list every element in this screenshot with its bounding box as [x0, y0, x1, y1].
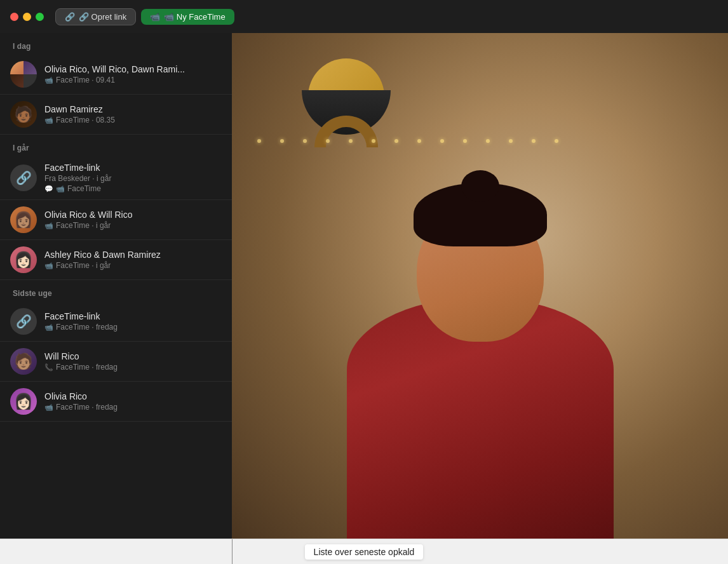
close-button[interactable]	[10, 13, 18, 21]
call-name: Olivia Rico & Will Rico	[44, 210, 222, 220]
video-icon: 📹	[44, 403, 53, 412]
avatar	[10, 61, 24, 74]
list-item[interactable]: 🧑🏾 Dawn Ramirez 📹 FaceTime · 08.35	[0, 95, 232, 135]
call-info: Ashley Rico & Dawn Ramirez 📹 FaceTime · …	[44, 250, 222, 270]
create-link-label: 🔗 Opret link	[79, 12, 126, 22]
list-item[interactable]: 🧑🏽 Will Rico 📞 FaceTime · fredag	[0, 342, 232, 382]
video-icon: 📹	[56, 185, 65, 193]
link-icon: 🔗	[16, 314, 32, 329]
list-item[interactable]: 🔗 FaceTime-link 📹 FaceTime · fredag	[0, 302, 232, 342]
call-meta: 📹 FaceTime · 08.35	[44, 116, 222, 124]
call-name: FaceTime-link	[44, 163, 222, 173]
annotation-line	[232, 539, 233, 564]
avatar-group	[10, 61, 37, 88]
avatar-link: 🔗	[10, 308, 37, 335]
avatar	[10, 74, 24, 88]
list-item[interactable]: 👩🏻 Olivia Rico 📹 FaceTime · fredag	[0, 382, 232, 422]
call-meta: 📹 FaceTime · i går	[44, 221, 222, 230]
link-icon: 🔗	[16, 170, 32, 185]
sidebar: I dag Olivia Rico, Will Rico, Dawn Rami.…	[0, 33, 232, 539]
call-name: Olivia Rico	[44, 391, 222, 401]
phone-icon: 📞	[44, 363, 53, 372]
main-layout: I dag Olivia Rico, Will Rico, Dawn Rami.…	[0, 33, 728, 539]
create-link-button[interactable]: 🔗 🔗 Opret link	[55, 8, 136, 25]
avatar: 🧑🏾	[10, 101, 37, 128]
call-meta: 📹 FaceTime · fredag	[44, 403, 222, 412]
annotation-text: Liste over seneste opkald	[305, 544, 424, 560]
avatar-link: 🔗	[10, 164, 37, 191]
call-info: Dawn Ramirez 📹 FaceTime · 08.35	[44, 104, 222, 124]
new-facetime-label: 📹 Ny FaceTime	[164, 12, 225, 22]
call-meta: 📞 FaceTime · fredag	[44, 363, 222, 372]
call-info: FaceTime-link Fra Beskeder · i går 💬 📹 F…	[44, 163, 222, 193]
call-info: Olivia Rico, Will Rico, Dawn Rami... 📹 F…	[44, 64, 222, 84]
new-facetime-button[interactable]: 📹 📹 Ny FaceTime	[141, 9, 234, 25]
maximize-button[interactable]	[36, 13, 44, 21]
list-item[interactable]: 👩🏻 Ashley Rico & Dawn Ramirez 📹 FaceTime…	[0, 240, 232, 280]
call-name: Will Rico	[44, 351, 222, 361]
section-yesterday-label: I går	[0, 135, 232, 156]
call-info: Olivia Rico 📹 FaceTime · fredag	[44, 391, 222, 412]
section-today-label: I dag	[0, 33, 232, 55]
call-meta: 📹 FaceTime · fredag	[44, 323, 222, 332]
title-bar: 🔗 🔗 Opret link 📹 📹 Ny FaceTime	[0, 0, 728, 33]
list-item[interactable]: Olivia Rico, Will Rico, Dawn Rami... 📹 F…	[0, 55, 232, 95]
call-meta: 📹 FaceTime · 09.41	[44, 76, 222, 84]
video-area	[232, 33, 728, 539]
message-icon: 💬	[44, 185, 53, 193]
call-name: Dawn Ramirez	[44, 104, 222, 114]
avatar: 🧑🏽	[10, 348, 37, 375]
avatar: 👩🏻	[10, 388, 37, 415]
call-info: Will Rico 📞 FaceTime · fredag	[44, 351, 222, 372]
call-meta-2: 💬 📹 FaceTime	[44, 184, 222, 193]
call-name: Olivia Rico, Will Rico, Dawn Rami...	[44, 64, 222, 74]
person-hair-bun	[461, 170, 499, 202]
video-icon: 📹	[44, 116, 53, 124]
annotation-row: Liste over seneste opkald	[0, 539, 728, 564]
link-icon: 🔗	[65, 12, 75, 22]
avatar	[24, 61, 37, 74]
section-last-week-label: Sidste uge	[0, 280, 232, 302]
video-icon: 📹	[44, 222, 53, 230]
video-background	[232, 33, 728, 539]
call-meta: Fra Beskeder · i går	[44, 174, 222, 183]
video-icon: 📹	[44, 262, 53, 270]
list-item[interactable]: 👩🏽 Olivia Rico & Will Rico 📹 FaceTime · …	[0, 200, 232, 240]
video-icon: 📹	[44, 323, 53, 332]
avatar	[24, 74, 37, 88]
background-artwork	[283, 52, 410, 166]
video-icon: 📹	[44, 76, 53, 84]
call-info: Olivia Rico & Will Rico 📹 FaceTime · i g…	[44, 210, 222, 230]
call-name: Ashley Rico & Dawn Ramirez	[44, 250, 222, 260]
minimize-button[interactable]	[23, 13, 31, 21]
call-name: FaceTime-link	[44, 311, 222, 321]
fairy-lights	[232, 135, 728, 147]
traffic-lights	[10, 13, 44, 21]
video-camera-icon: 📹	[150, 12, 160, 22]
list-item[interactable]: 🔗 FaceTime-link Fra Beskeder · i går 💬 📹…	[0, 156, 232, 200]
call-info: FaceTime-link 📹 FaceTime · fredag	[44, 311, 222, 332]
call-meta: 📹 FaceTime · i går	[44, 261, 222, 270]
avatar: 👩🏽	[10, 206, 37, 233]
avatar: 👩🏻	[10, 246, 37, 273]
